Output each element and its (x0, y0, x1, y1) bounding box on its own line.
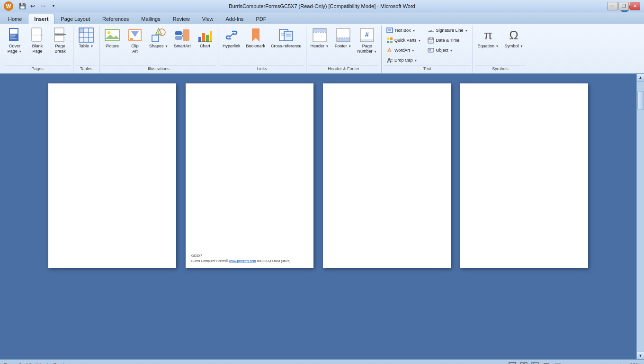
bookmark-button[interactable]: Bookmark (243, 26, 268, 57)
svg-rect-52 (387, 37, 389, 40)
spell-check-icon[interactable]: ✓ (60, 362, 65, 364)
bookmark-icon (248, 27, 263, 43)
footer-link[interactable]: www.pcforms.com (229, 259, 256, 263)
links-group-items: Hyperlink Bookmark Cross-reference (220, 26, 304, 65)
picture-icon (105, 27, 120, 43)
page-break-button[interactable]: PageBreak (49, 26, 71, 57)
vertical-scrollbar[interactable]: ▲ ▼ (636, 74, 644, 359)
tab-references[interactable]: References (96, 13, 135, 24)
undo-quick-btn[interactable]: ↩ (28, 2, 37, 10)
svg-rect-68 (509, 363, 516, 364)
tab-review[interactable]: Review (167, 13, 196, 24)
full-screen-view-btn[interactable] (519, 361, 528, 364)
cover-page-button[interactable]: CoverPage ▼ (4, 26, 26, 57)
svg-line-33 (230, 33, 233, 37)
equation-button[interactable]: π Equation ▼ (475, 26, 501, 57)
svg-text:A: A (387, 47, 391, 53)
minimize-btn[interactable]: ─ (607, 2, 617, 10)
symbols-group: π Equation ▼ Ω Symbol ▼ Symbols (473, 26, 527, 73)
svg-rect-31 (210, 31, 212, 42)
pages-group-items: CoverPage ▼ BlankPage PageBreak (4, 26, 71, 65)
shapes-icon (151, 27, 166, 43)
page-number-icon: # (359, 27, 375, 43)
hyperlink-icon (224, 27, 239, 43)
tab-view[interactable]: View (196, 13, 220, 24)
text-box-button[interactable]: Text Box ▼ (384, 26, 424, 35)
clip-art-icon (127, 27, 143, 43)
svg-rect-2 (10, 35, 16, 36)
header-footer-group: Header ▼ Footer ▼ # PageNumber ▼ Header … (306, 26, 382, 73)
clip-art-label: ClipArt (131, 44, 139, 54)
header-label: Header ▼ (311, 44, 329, 49)
tab-pdf[interactable]: PDF (250, 13, 272, 24)
pages-group: CoverPage ▼ BlankPage PageBreak Pages (2, 26, 73, 73)
word-art-button[interactable]: A WordArt ▼ (384, 46, 424, 55)
tab-insert[interactable]: Insert (28, 14, 54, 24)
symbol-button[interactable]: Ω Symbol ▼ (502, 26, 525, 57)
redo-quick-btn[interactable]: ↪ (39, 2, 47, 10)
header-footer-group-items: Header ▼ Footer ▼ # PageNumber ▼ (308, 26, 379, 65)
object-button[interactable]: Object ▼ (425, 46, 471, 55)
drop-cap-button[interactable]: A Drop Cap ▼ (384, 55, 424, 65)
outline-view-btn[interactable] (542, 361, 551, 364)
header-button[interactable]: Header ▼ (308, 26, 331, 57)
print-layout-view-btn[interactable] (508, 361, 517, 364)
zoom-in-btn[interactable]: + (616, 361, 625, 364)
svg-rect-29 (202, 33, 205, 42)
blank-page-button[interactable]: BlankPage (27, 26, 48, 57)
symbols-group-label: Symbols (475, 65, 525, 72)
zoom-out-btn[interactable]: ─ (564, 361, 574, 364)
svg-text:15: 15 (429, 40, 432, 43)
table-button[interactable]: Table ▼ (75, 26, 97, 57)
shapes-label: Shapes ▼ (149, 44, 168, 49)
text-col2: Signature Line ▼ 15 Date & Time Object ▼ (425, 26, 471, 55)
tab-addins[interactable]: Add-Ins (219, 13, 250, 24)
cross-reference-button[interactable]: Cross-reference (268, 26, 304, 57)
symbols-group-items: π Equation ▼ Ω Symbol ▼ (475, 26, 525, 65)
hyperlink-button[interactable]: Hyperlink (220, 26, 243, 57)
status-bar: Page: 2 of 2 Words: 7 ✓ ─ + 60% (0, 359, 644, 364)
date-time-button[interactable]: 15 Date & Time (425, 36, 471, 45)
ribbon-content: CoverPage ▼ BlankPage PageBreak Pages (0, 24, 644, 73)
scroll-up-btn[interactable]: ▲ (637, 74, 644, 82)
symbol-icon: Ω (506, 27, 521, 43)
footer-line1: GC5X7 (191, 254, 290, 259)
save-quick-btn[interactable]: 💾 (18, 2, 27, 10)
shapes-button[interactable]: Shapes ▼ (147, 26, 170, 57)
clip-art-button[interactable]: ClipArt (124, 26, 146, 57)
quick-parts-button[interactable]: Quick Parts ▼ (384, 36, 424, 45)
chart-button[interactable]: Chart (194, 26, 216, 57)
illustrations-group-items: Picture ClipArt Shapes ▼ (101, 26, 216, 65)
restore-btn[interactable]: ❐ (618, 2, 629, 10)
document-area: GC5X7 Burris Computer Forms® www.pcforms… (0, 74, 636, 359)
object-label: Object (436, 48, 448, 53)
zoom-slider[interactable] (576, 362, 614, 364)
page-number-label: PageNumber ▼ (358, 44, 377, 54)
cover-page-icon (7, 27, 22, 43)
scroll-down-btn[interactable]: ▼ (637, 352, 644, 359)
picture-button[interactable]: Picture (101, 26, 123, 57)
page-number-button[interactable]: # PageNumber ▼ (355, 26, 379, 57)
cover-page-label: CoverPage ▼ (8, 44, 22, 54)
tab-home[interactable]: Home (2, 13, 28, 24)
tab-mailings[interactable]: Mailings (135, 13, 166, 24)
window-title: BurrisComputerFormsGC5X7 (Read-Only) [Co… (0, 3, 644, 9)
customize-quick-btn[interactable]: ▼ (49, 2, 58, 10)
smartart-label: SmartArt (174, 44, 191, 49)
text-box-icon (386, 27, 393, 34)
draft-view-btn[interactable] (553, 361, 563, 364)
zoom-level[interactable]: 60% (627, 363, 640, 364)
tables-group-items: Table ▼ (75, 26, 97, 65)
svg-rect-69 (520, 363, 523, 364)
tab-pagelayout[interactable]: Page Layout (54, 13, 96, 24)
svg-rect-9 (54, 36, 64, 41)
text-box-label: Text Box (394, 28, 411, 33)
scroll-thumb[interactable] (637, 91, 644, 110)
close-btn[interactable]: ✕ (630, 2, 640, 10)
signature-line-icon (428, 27, 434, 34)
footer-button[interactable]: Footer ▼ (332, 26, 354, 57)
web-layout-view-btn[interactable] (530, 361, 540, 364)
smartart-button[interactable]: SmartArt (171, 26, 193, 57)
svg-rect-20 (152, 35, 159, 42)
signature-line-button[interactable]: Signature Line ▼ (425, 26, 471, 35)
